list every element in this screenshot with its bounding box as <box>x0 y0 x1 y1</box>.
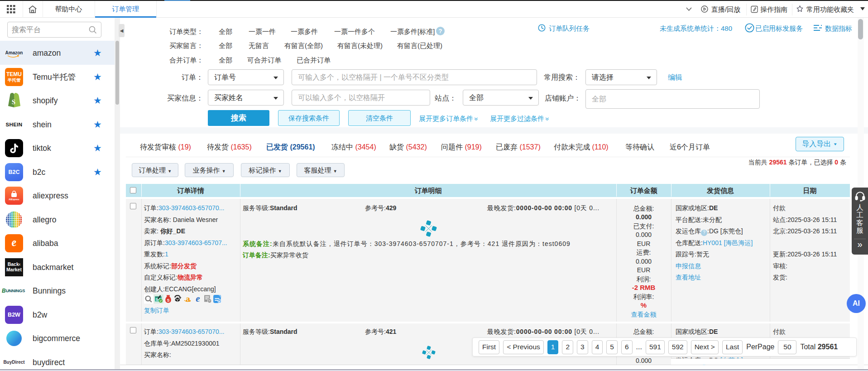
svg-text:S: S <box>12 98 15 106</box>
svg-text:S: S <box>167 298 169 302</box>
